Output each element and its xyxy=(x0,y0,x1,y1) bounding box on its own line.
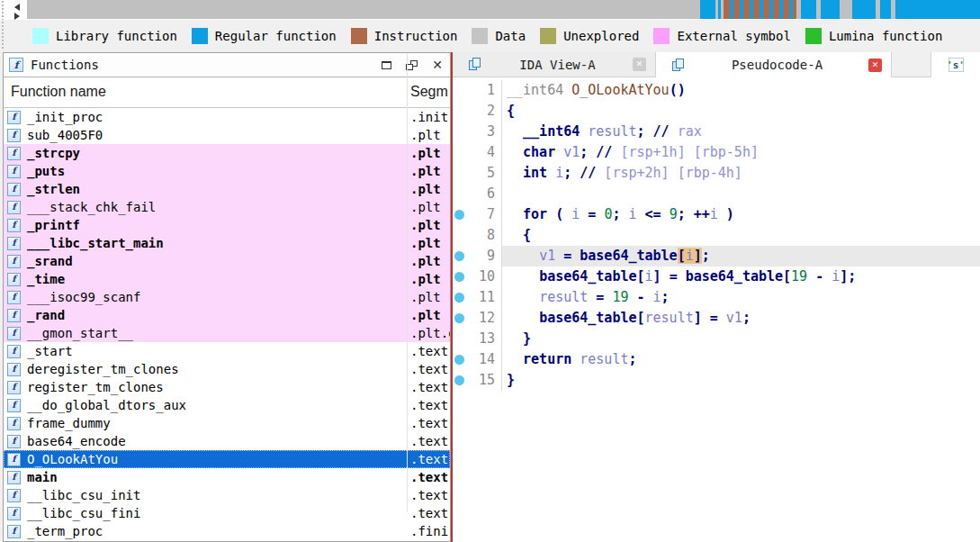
function-name[interactable]: frame_dummy xyxy=(27,416,111,430)
code-gutter[interactable]: 13 xyxy=(453,329,501,349)
code-gutter[interactable]: 4 xyxy=(453,142,501,163)
code-gutter[interactable]: 11 xyxy=(453,287,501,308)
breakpoint-icon[interactable] xyxy=(454,355,464,365)
code-gutter[interactable]: 8 xyxy=(453,225,501,246)
code-line[interactable]: 5 int i; // [rsp+2h] [rbp-4h] xyxy=(453,163,980,184)
function-name[interactable]: ___stack_chk_fail xyxy=(27,200,156,214)
close-tab-icon[interactable]: ✕ xyxy=(868,59,882,72)
function-row[interactable]: f_strcpy.plt xyxy=(4,144,450,162)
tab-label[interactable]: Pseudocode-A xyxy=(686,58,868,72)
code-line[interactable]: 2{ xyxy=(453,101,980,122)
code-text[interactable] xyxy=(501,184,980,204)
code-gutter[interactable]: 15 xyxy=(453,370,501,391)
code-gutter[interactable]: 1 xyxy=(453,80,501,101)
code-text[interactable]: return result; xyxy=(501,349,980,370)
function-row[interactable]: f_printf.plt xyxy=(4,216,450,234)
tab-ida-view-a[interactable]: IDA View-A ✕ xyxy=(453,52,656,77)
code-gutter[interactable]: 2 xyxy=(453,101,501,122)
column-header-row[interactable]: Function name Segm xyxy=(4,77,450,108)
function-name[interactable]: _start xyxy=(27,344,73,358)
function-name[interactable]: _strcpy xyxy=(27,146,80,160)
code-gutter[interactable]: 9 xyxy=(453,246,501,266)
function-row[interactable]: f_init_proc.init xyxy=(4,108,450,126)
function-row[interactable]: f_time.plt xyxy=(4,270,450,288)
maximize-button[interactable] xyxy=(382,61,391,69)
band-segment-gray[interactable] xyxy=(840,0,852,19)
functions-title-bar[interactable]: f Functions ✕ xyxy=(4,53,450,77)
code-text[interactable]: } xyxy=(501,370,980,391)
function-name[interactable]: register_tm_clones xyxy=(27,380,164,394)
breakpoint-icon[interactable] xyxy=(454,272,464,282)
function-row[interactable]: f___isoc99_scanf.plt xyxy=(4,288,450,306)
function-row[interactable]: fsub_4005F0.plt xyxy=(4,126,450,144)
code-line[interactable]: 6 xyxy=(453,184,980,204)
code-text[interactable]: __int64 O_OLookAtYou() xyxy=(501,80,980,101)
function-row[interactable]: f_term_proc.fini xyxy=(4,522,450,540)
band-segment-blue[interactable] xyxy=(852,0,876,19)
close-button[interactable]: ✕ xyxy=(432,59,443,71)
code-gutter[interactable]: 6 xyxy=(453,184,501,204)
code-text[interactable]: result = 19 - i; xyxy=(501,287,980,308)
function-row[interactable]: f_rand.plt xyxy=(4,306,450,324)
code-text[interactable]: { xyxy=(501,101,980,122)
band-segment-blue[interactable] xyxy=(821,0,840,19)
band-segment-brown[interactable] xyxy=(733,0,740,19)
band-segment-brown[interactable] xyxy=(753,0,760,19)
navigation-band[interactable] xyxy=(0,0,980,20)
pseudocode-view[interactable]: 1__int64 O_OLookAtYou()2{3 __int64 resul… xyxy=(453,77,980,391)
function-row[interactable]: f_strlen.plt xyxy=(4,180,450,198)
breakpoint-icon[interactable] xyxy=(454,375,464,385)
function-row[interactable]: f_puts.plt xyxy=(4,162,450,180)
function-name[interactable]: _time xyxy=(27,272,65,286)
restore-button[interactable] xyxy=(406,60,418,70)
band-segment-brown[interactable] xyxy=(773,0,779,19)
function-row[interactable]: fbase64_encode.text xyxy=(4,432,450,450)
breakpoint-icon[interactable] xyxy=(454,313,464,323)
band-segment-brown[interactable] xyxy=(783,0,789,19)
band-segment-blue[interactable] xyxy=(895,0,980,19)
function-row[interactable]: f_srand.plt xyxy=(4,252,450,270)
code-gutter[interactable]: 5 xyxy=(453,163,501,184)
code-text[interactable]: v1 = base64_table[i]; xyxy=(501,246,980,266)
navigation-band-segments[interactable] xyxy=(27,0,980,19)
function-name[interactable]: ___libc_start_main xyxy=(27,236,164,250)
function-name[interactable]: __libc_csu_fini xyxy=(27,506,140,520)
code-line[interactable]: 7 for ( i = 0; i <= 9; ++i ) xyxy=(453,204,980,225)
function-name[interactable]: ___isoc99_scanf xyxy=(27,290,140,304)
function-name[interactable]: __do_global_dtors_aux xyxy=(27,398,186,412)
function-name[interactable]: __libc_csu_init xyxy=(27,488,140,502)
band-segment-blue[interactable] xyxy=(880,0,891,19)
code-line[interactable]: 12 base64_table[result] = v1; xyxy=(453,308,980,329)
tab-label[interactable]: IDA View-A xyxy=(482,58,633,72)
code-text[interactable]: base64_table[result] = v1; xyxy=(501,308,980,329)
code-text[interactable]: for ( i = 0; i <= 9; ++i ) xyxy=(501,204,980,225)
band-segment-brown[interactable] xyxy=(743,0,750,19)
function-row[interactable]: fmain.text xyxy=(4,468,450,486)
band-segment-blue[interactable] xyxy=(700,0,715,19)
code-text[interactable]: { xyxy=(501,225,980,246)
band-segment-brown[interactable] xyxy=(724,0,730,19)
function-name[interactable]: main xyxy=(27,470,58,484)
function-name[interactable]: _printf xyxy=(27,218,80,232)
code-line[interactable]: 3 __int64 result; // rax xyxy=(453,122,980,142)
function-row[interactable]: f_start.text xyxy=(4,342,450,360)
code-text[interactable]: int i; // [rsp+2h] [rbp-4h] xyxy=(501,163,980,184)
function-row[interactable]: fregister_tm_clones.text xyxy=(4,378,450,396)
code-gutter[interactable]: 3 xyxy=(453,122,501,142)
function-row[interactable]: f__gmon_start__.plt.g xyxy=(4,324,450,342)
column-separator[interactable] xyxy=(407,53,408,512)
scroll-left-icon[interactable] xyxy=(14,4,20,11)
code-text[interactable]: __int64 result; // rax xyxy=(501,122,980,142)
function-name[interactable]: base64_encode xyxy=(27,434,126,448)
function-name[interactable]: sub_4005F0 xyxy=(27,128,103,142)
code-gutter[interactable]: 7 xyxy=(453,204,501,225)
code-gutter[interactable]: 10 xyxy=(453,266,501,287)
tab-pseudocode-a[interactable]: Pseudocode-A ✕ xyxy=(656,52,892,77)
function-row[interactable]: fderegister_tm_clones.text xyxy=(4,360,450,378)
code-line[interactable]: 4 char v1; // [rsp+1h] [rbp-5h] xyxy=(453,142,980,163)
function-name[interactable]: _rand xyxy=(27,308,65,322)
legend-drag-handle[interactable] xyxy=(2,22,4,49)
code-gutter[interactable]: 14 xyxy=(453,349,501,370)
function-name[interactable]: _init_proc xyxy=(27,110,103,124)
function-name[interactable]: _strlen xyxy=(27,182,80,196)
